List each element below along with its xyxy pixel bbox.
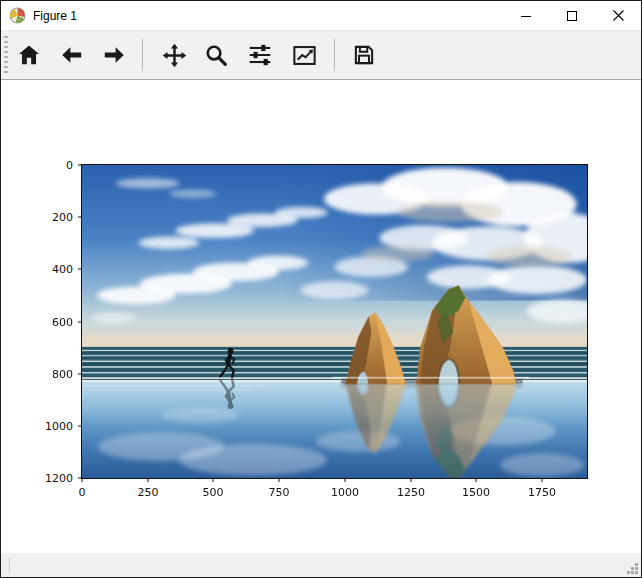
back-arrow-icon <box>59 42 85 68</box>
y-tick <box>78 165 82 166</box>
titlebar[interactable]: Figure 1 <box>1 1 641 31</box>
x-tick <box>476 478 477 482</box>
x-tick-label: 1000 <box>331 486 359 499</box>
save-button[interactable] <box>346 37 382 73</box>
line-chart-icon <box>291 42 318 69</box>
close-icon <box>612 9 625 22</box>
pan-button[interactable] <box>156 37 192 73</box>
pan-icon <box>161 42 188 69</box>
configure-subplots-button[interactable] <box>242 37 278 73</box>
maximize-button[interactable] <box>549 1 595 31</box>
forward-arrow-icon <box>101 42 127 68</box>
x-tick <box>542 478 543 482</box>
x-tick <box>213 478 214 482</box>
beach-photo <box>82 165 587 478</box>
maximize-icon <box>566 10 578 22</box>
x-tick-label: 1250 <box>397 486 425 499</box>
y-tick-label: 1200 <box>45 472 73 485</box>
toolbar-drag-handle[interactable] <box>4 36 8 74</box>
figure-canvas: 0 200 400 600 800 1000 1200 0 250 500 75… <box>1 81 641 554</box>
y-tick-label: 800 <box>52 368 73 381</box>
navigation-toolbar <box>1 31 641 80</box>
x-tick <box>82 478 83 482</box>
close-button[interactable] <box>595 1 641 31</box>
figure-window: Figure 1 <box>0 0 642 578</box>
minimize-button[interactable] <box>503 1 549 31</box>
x-tick <box>279 478 280 482</box>
home-icon <box>16 42 42 68</box>
y-tick-label: 400 <box>52 263 73 276</box>
toolbar-separator <box>334 39 335 71</box>
toolbar-separator <box>142 39 143 71</box>
x-tick <box>148 478 149 482</box>
x-tick-label: 500 <box>203 486 224 499</box>
y-tick-label: 1000 <box>45 420 73 433</box>
y-tick <box>78 426 82 427</box>
edit-axis-button[interactable] <box>286 37 322 73</box>
x-tick <box>345 478 346 482</box>
y-tick <box>78 374 82 375</box>
x-tick-label: 750 <box>269 486 290 499</box>
back-button[interactable] <box>54 37 90 73</box>
matplotlib-logo-icon <box>9 7 26 24</box>
minimize-icon <box>520 10 532 22</box>
window-title: Figure 1 <box>33 9 77 23</box>
image-axes[interactable]: 0 200 400 600 800 1000 1200 0 250 500 75… <box>81 164 588 479</box>
magnifier-icon <box>203 42 229 68</box>
y-tick <box>78 269 82 270</box>
zoom-button[interactable] <box>198 37 234 73</box>
y-tick-label: 0 <box>66 159 73 172</box>
home-button[interactable] <box>11 37 47 73</box>
resize-grip-icon[interactable] <box>625 561 639 575</box>
forward-button[interactable] <box>96 37 132 73</box>
floppy-disk-icon <box>351 42 377 68</box>
statusbar <box>1 553 641 577</box>
y-tick <box>78 322 82 323</box>
y-tick <box>78 217 82 218</box>
x-tick <box>411 478 412 482</box>
statusbar-divider <box>9 557 10 573</box>
x-tick-label: 250 <box>138 486 159 499</box>
y-tick-label: 200 <box>52 211 73 224</box>
sliders-icon <box>247 42 273 68</box>
x-tick-label: 1500 <box>462 486 490 499</box>
x-tick-label: 0 <box>79 486 86 499</box>
y-tick-label: 600 <box>52 316 73 329</box>
x-tick-label: 1750 <box>528 486 556 499</box>
